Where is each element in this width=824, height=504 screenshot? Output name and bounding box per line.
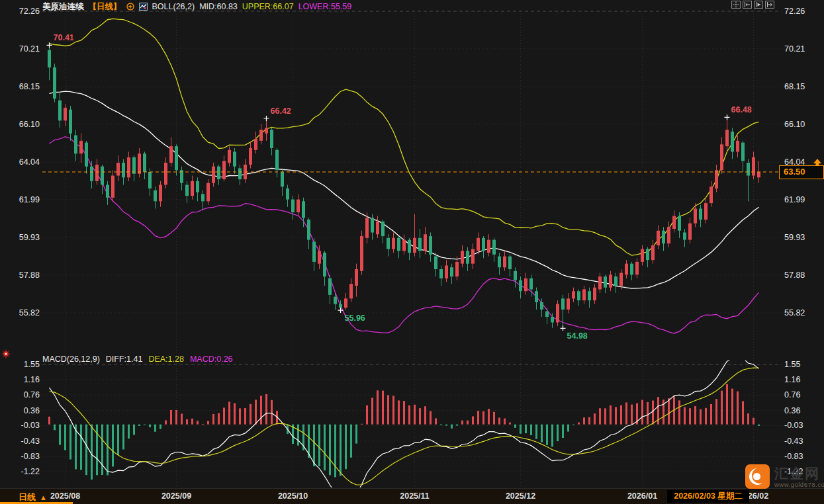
add-indicator-icon[interactable] xyxy=(126,3,134,11)
macd-histogram-bar xyxy=(334,425,336,478)
candle-body xyxy=(58,101,62,121)
candle-body xyxy=(609,274,612,287)
chart-header: 美原油连续 【日线】 BOLL(26,2) MID:60.83 UPPER:66… xyxy=(42,1,351,12)
macd-axis-label-left: 0.36 xyxy=(1,406,40,415)
candle-body xyxy=(614,276,618,286)
macd-histogram-bar xyxy=(520,425,522,434)
macd-histogram-bar xyxy=(313,425,315,466)
candle-body xyxy=(323,253,326,276)
candle-body xyxy=(424,234,427,251)
candle-body xyxy=(106,185,109,197)
macd-histogram-bar xyxy=(202,424,204,425)
price-annotation-label: 54.98 xyxy=(567,331,588,341)
jump-end-icon[interactable] xyxy=(765,1,774,9)
price-annotation-label: 66.42 xyxy=(271,106,291,116)
price-axis-label-right: 70.21 xyxy=(784,44,805,54)
indicator-chart-icon[interactable] xyxy=(139,3,148,11)
macd-histogram-bar xyxy=(456,425,458,426)
candle-body xyxy=(164,163,167,185)
candle-body xyxy=(471,249,475,263)
price-axis-label-left: 70.21 xyxy=(1,44,40,54)
price-axis-label-right: 61.99 xyxy=(784,195,805,204)
macd-histogram-bar xyxy=(652,401,654,425)
chart-toolbar xyxy=(731,1,774,9)
macd-axis-label-right: 0.76 xyxy=(784,390,800,399)
price-axis-label-right: 68.15 xyxy=(784,82,805,91)
candle-body xyxy=(529,278,533,290)
macd-histogram-bar xyxy=(615,407,617,424)
boll-upper-value: UPPER:66.07 xyxy=(242,2,294,11)
candle-body xyxy=(191,181,194,196)
candle-body xyxy=(185,185,189,196)
candle-body xyxy=(387,238,390,249)
jump-start-icon[interactable] xyxy=(743,1,752,9)
candle-body xyxy=(439,269,443,278)
candle-body xyxy=(455,262,459,276)
macd-histogram-bar xyxy=(80,425,82,470)
period-tag[interactable]: 【日线】 xyxy=(89,1,122,13)
macd-histogram-bar xyxy=(207,421,209,424)
macd-histogram-bar xyxy=(477,411,479,425)
month-axis-label: 2025/09 xyxy=(161,491,191,501)
candle-body xyxy=(699,208,702,220)
candle-body xyxy=(551,317,554,322)
candle-body xyxy=(498,257,501,268)
macd-histogram-bar xyxy=(69,425,71,460)
candle-body xyxy=(222,161,226,179)
candle-body xyxy=(487,240,490,253)
macd-histogram-bar xyxy=(467,421,469,425)
crosshair-tool-icon[interactable] xyxy=(731,1,741,9)
month-axis-label: 2025/11 xyxy=(400,491,430,501)
candle-body xyxy=(159,185,162,201)
macd-histogram-bar xyxy=(700,409,702,425)
candle-body xyxy=(429,236,432,255)
logo-icon xyxy=(745,464,770,489)
candle-body xyxy=(328,278,332,295)
candle-body xyxy=(228,150,231,163)
macd-histogram-bar xyxy=(726,384,728,425)
macd-histogram-bar xyxy=(345,425,347,470)
candle-body xyxy=(64,108,67,120)
candle-body xyxy=(635,262,639,274)
indicator-marker-icon[interactable] xyxy=(1,349,11,358)
macd-histogram-bar xyxy=(610,405,612,425)
macd-histogram-bar xyxy=(461,421,463,425)
macd-histogram-bar xyxy=(641,400,643,425)
macd-histogram-bar xyxy=(175,410,177,425)
macd-histogram-bar xyxy=(583,417,585,424)
month-axis-label: 2025/10 xyxy=(278,491,308,501)
candle-body xyxy=(111,176,114,198)
candle-body xyxy=(270,130,273,148)
candle-body xyxy=(736,141,739,152)
price-axis-label-right: 66.10 xyxy=(784,120,805,129)
price-axis-label-left: 64.04 xyxy=(1,157,40,167)
macd-histogram-bar xyxy=(451,425,453,429)
candle-body xyxy=(678,216,681,231)
macd-histogram-bar xyxy=(297,425,299,446)
candle-body xyxy=(567,298,570,310)
macd-histogram-bar xyxy=(160,425,161,429)
candle-body xyxy=(508,257,512,269)
price-annotation-label: 55.96 xyxy=(345,314,365,323)
candle-body xyxy=(360,236,363,271)
candle-body xyxy=(69,110,72,134)
candle-body xyxy=(397,238,400,251)
candle-body xyxy=(175,146,178,170)
price-axis-label-right: 57.88 xyxy=(784,271,805,280)
candle-body xyxy=(731,132,734,152)
chart-canvas[interactable]: 70.4166.4266.4855.9654.98 xyxy=(0,0,824,504)
macd-histogram-bar xyxy=(128,425,130,439)
macd-histogram-bar xyxy=(557,425,559,441)
macd-histogram-bar xyxy=(392,396,394,424)
candle-body xyxy=(90,167,93,181)
price-axis-label-left: 61.99 xyxy=(1,195,40,204)
price-axis-label-left: 72.26 xyxy=(1,7,40,16)
macd-axis-label-right: -0.03 xyxy=(784,421,803,430)
play-icon[interactable] xyxy=(754,1,763,9)
candle-body xyxy=(254,139,257,150)
candle-body xyxy=(127,157,130,178)
macd-histogram-bar xyxy=(710,404,712,425)
macd-axis-label-left: -0.43 xyxy=(1,437,40,446)
macd-histogram-bar xyxy=(678,400,680,424)
macd-histogram-bar xyxy=(329,425,331,476)
